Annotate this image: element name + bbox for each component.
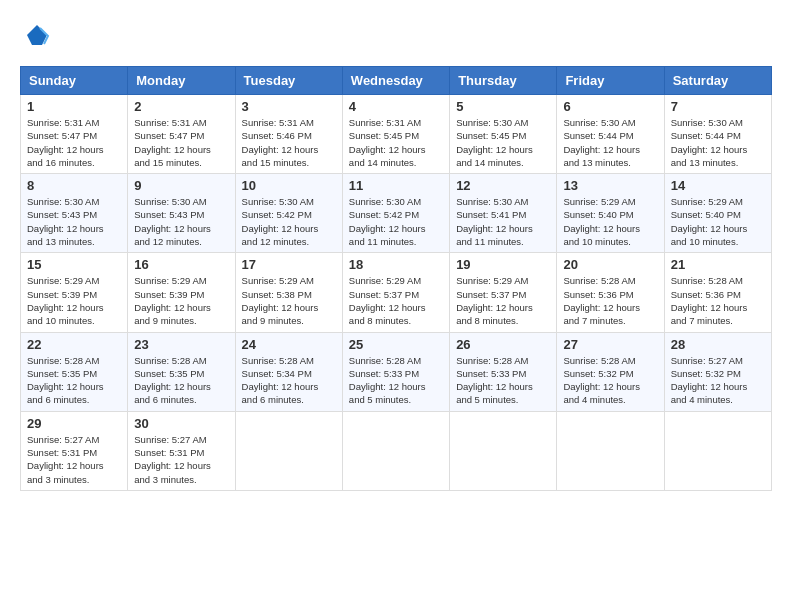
day-number: 25 — [349, 337, 443, 352]
header-row: SundayMondayTuesdayWednesdayThursdayFrid… — [21, 67, 772, 95]
day-info: Sunrise: 5:30 AMSunset: 5:42 PMDaylight:… — [349, 195, 443, 248]
calendar-day-cell: 3Sunrise: 5:31 AMSunset: 5:46 PMDaylight… — [235, 95, 342, 174]
calendar-week-row: 29Sunrise: 5:27 AMSunset: 5:31 PMDayligh… — [21, 411, 772, 490]
weekday-header-sunday: Sunday — [21, 67, 128, 95]
day-info: Sunrise: 5:28 AMSunset: 5:35 PMDaylight:… — [27, 354, 121, 407]
day-number: 10 — [242, 178, 336, 193]
day-info: Sunrise: 5:29 AMSunset: 5:38 PMDaylight:… — [242, 274, 336, 327]
day-info: Sunrise: 5:28 AMSunset: 5:33 PMDaylight:… — [349, 354, 443, 407]
calendar-day-cell: 24Sunrise: 5:28 AMSunset: 5:34 PMDayligh… — [235, 332, 342, 411]
day-number: 19 — [456, 257, 550, 272]
weekday-header-friday: Friday — [557, 67, 664, 95]
day-number: 30 — [134, 416, 228, 431]
day-info: Sunrise: 5:31 AMSunset: 5:46 PMDaylight:… — [242, 116, 336, 169]
day-number: 16 — [134, 257, 228, 272]
calendar-day-cell: 23Sunrise: 5:28 AMSunset: 5:35 PMDayligh… — [128, 332, 235, 411]
logo — [20, 20, 52, 50]
day-info: Sunrise: 5:29 AMSunset: 5:37 PMDaylight:… — [349, 274, 443, 327]
day-info: Sunrise: 5:30 AMSunset: 5:41 PMDaylight:… — [456, 195, 550, 248]
day-number: 7 — [671, 99, 765, 114]
calendar-day-cell: 26Sunrise: 5:28 AMSunset: 5:33 PMDayligh… — [450, 332, 557, 411]
calendar-day-cell: 15Sunrise: 5:29 AMSunset: 5:39 PMDayligh… — [21, 253, 128, 332]
day-number: 20 — [563, 257, 657, 272]
day-number: 8 — [27, 178, 121, 193]
calendar-day-cell: 20Sunrise: 5:28 AMSunset: 5:36 PMDayligh… — [557, 253, 664, 332]
calendar-day-cell: 22Sunrise: 5:28 AMSunset: 5:35 PMDayligh… — [21, 332, 128, 411]
weekday-header-saturday: Saturday — [664, 67, 771, 95]
day-info: Sunrise: 5:30 AMSunset: 5:45 PMDaylight:… — [456, 116, 550, 169]
day-info: Sunrise: 5:29 AMSunset: 5:40 PMDaylight:… — [671, 195, 765, 248]
weekday-header-monday: Monday — [128, 67, 235, 95]
calendar-day-cell: 17Sunrise: 5:29 AMSunset: 5:38 PMDayligh… — [235, 253, 342, 332]
calendar-day-cell: 21Sunrise: 5:28 AMSunset: 5:36 PMDayligh… — [664, 253, 771, 332]
day-info: Sunrise: 5:29 AMSunset: 5:37 PMDaylight:… — [456, 274, 550, 327]
day-info: Sunrise: 5:29 AMSunset: 5:39 PMDaylight:… — [27, 274, 121, 327]
day-info: Sunrise: 5:30 AMSunset: 5:43 PMDaylight:… — [134, 195, 228, 248]
day-number: 1 — [27, 99, 121, 114]
logo-icon — [22, 20, 52, 50]
day-info: Sunrise: 5:29 AMSunset: 5:39 PMDaylight:… — [134, 274, 228, 327]
calendar-day-cell: 25Sunrise: 5:28 AMSunset: 5:33 PMDayligh… — [342, 332, 449, 411]
calendar-day-cell: 27Sunrise: 5:28 AMSunset: 5:32 PMDayligh… — [557, 332, 664, 411]
day-number: 26 — [456, 337, 550, 352]
day-info: Sunrise: 5:27 AMSunset: 5:32 PMDaylight:… — [671, 354, 765, 407]
day-info: Sunrise: 5:31 AMSunset: 5:47 PMDaylight:… — [134, 116, 228, 169]
day-info: Sunrise: 5:31 AMSunset: 5:47 PMDaylight:… — [27, 116, 121, 169]
weekday-header-thursday: Thursday — [450, 67, 557, 95]
calendar-empty-cell — [235, 411, 342, 490]
day-number: 17 — [242, 257, 336, 272]
calendar-empty-cell — [664, 411, 771, 490]
day-number: 18 — [349, 257, 443, 272]
day-number: 5 — [456, 99, 550, 114]
day-info: Sunrise: 5:28 AMSunset: 5:36 PMDaylight:… — [563, 274, 657, 327]
calendar-empty-cell — [557, 411, 664, 490]
day-number: 12 — [456, 178, 550, 193]
day-info: Sunrise: 5:28 AMSunset: 5:36 PMDaylight:… — [671, 274, 765, 327]
calendar-day-cell: 18Sunrise: 5:29 AMSunset: 5:37 PMDayligh… — [342, 253, 449, 332]
day-info: Sunrise: 5:30 AMSunset: 5:44 PMDaylight:… — [671, 116, 765, 169]
day-info: Sunrise: 5:28 AMSunset: 5:32 PMDaylight:… — [563, 354, 657, 407]
calendar-week-row: 22Sunrise: 5:28 AMSunset: 5:35 PMDayligh… — [21, 332, 772, 411]
calendar-day-cell: 2Sunrise: 5:31 AMSunset: 5:47 PMDaylight… — [128, 95, 235, 174]
day-info: Sunrise: 5:31 AMSunset: 5:45 PMDaylight:… — [349, 116, 443, 169]
calendar-week-row: 8Sunrise: 5:30 AMSunset: 5:43 PMDaylight… — [21, 174, 772, 253]
calendar-week-row: 15Sunrise: 5:29 AMSunset: 5:39 PMDayligh… — [21, 253, 772, 332]
day-info: Sunrise: 5:27 AMSunset: 5:31 PMDaylight:… — [134, 433, 228, 486]
day-number: 13 — [563, 178, 657, 193]
day-info: Sunrise: 5:30 AMSunset: 5:43 PMDaylight:… — [27, 195, 121, 248]
calendar-day-cell: 11Sunrise: 5:30 AMSunset: 5:42 PMDayligh… — [342, 174, 449, 253]
day-number: 11 — [349, 178, 443, 193]
calendar-day-cell: 19Sunrise: 5:29 AMSunset: 5:37 PMDayligh… — [450, 253, 557, 332]
day-number: 15 — [27, 257, 121, 272]
calendar-day-cell: 13Sunrise: 5:29 AMSunset: 5:40 PMDayligh… — [557, 174, 664, 253]
calendar-day-cell: 28Sunrise: 5:27 AMSunset: 5:32 PMDayligh… — [664, 332, 771, 411]
day-number: 23 — [134, 337, 228, 352]
calendar-day-cell: 29Sunrise: 5:27 AMSunset: 5:31 PMDayligh… — [21, 411, 128, 490]
day-number: 9 — [134, 178, 228, 193]
day-number: 2 — [134, 99, 228, 114]
day-info: Sunrise: 5:29 AMSunset: 5:40 PMDaylight:… — [563, 195, 657, 248]
calendar-day-cell: 30Sunrise: 5:27 AMSunset: 5:31 PMDayligh… — [128, 411, 235, 490]
day-number: 28 — [671, 337, 765, 352]
day-info: Sunrise: 5:30 AMSunset: 5:42 PMDaylight:… — [242, 195, 336, 248]
weekday-header-tuesday: Tuesday — [235, 67, 342, 95]
calendar-day-cell: 10Sunrise: 5:30 AMSunset: 5:42 PMDayligh… — [235, 174, 342, 253]
day-info: Sunrise: 5:30 AMSunset: 5:44 PMDaylight:… — [563, 116, 657, 169]
day-number: 22 — [27, 337, 121, 352]
calendar-day-cell: 4Sunrise: 5:31 AMSunset: 5:45 PMDaylight… — [342, 95, 449, 174]
day-number: 4 — [349, 99, 443, 114]
weekday-header-wednesday: Wednesday — [342, 67, 449, 95]
day-info: Sunrise: 5:28 AMSunset: 5:34 PMDaylight:… — [242, 354, 336, 407]
day-number: 24 — [242, 337, 336, 352]
calendar-day-cell: 8Sunrise: 5:30 AMSunset: 5:43 PMDaylight… — [21, 174, 128, 253]
calendar-empty-cell — [342, 411, 449, 490]
calendar-day-cell: 6Sunrise: 5:30 AMSunset: 5:44 PMDaylight… — [557, 95, 664, 174]
calendar-day-cell: 12Sunrise: 5:30 AMSunset: 5:41 PMDayligh… — [450, 174, 557, 253]
day-info: Sunrise: 5:28 AMSunset: 5:33 PMDaylight:… — [456, 354, 550, 407]
calendar-week-row: 1Sunrise: 5:31 AMSunset: 5:47 PMDaylight… — [21, 95, 772, 174]
calendar-day-cell: 9Sunrise: 5:30 AMSunset: 5:43 PMDaylight… — [128, 174, 235, 253]
day-number: 21 — [671, 257, 765, 272]
day-number: 27 — [563, 337, 657, 352]
calendar-day-cell: 14Sunrise: 5:29 AMSunset: 5:40 PMDayligh… — [664, 174, 771, 253]
day-number: 6 — [563, 99, 657, 114]
